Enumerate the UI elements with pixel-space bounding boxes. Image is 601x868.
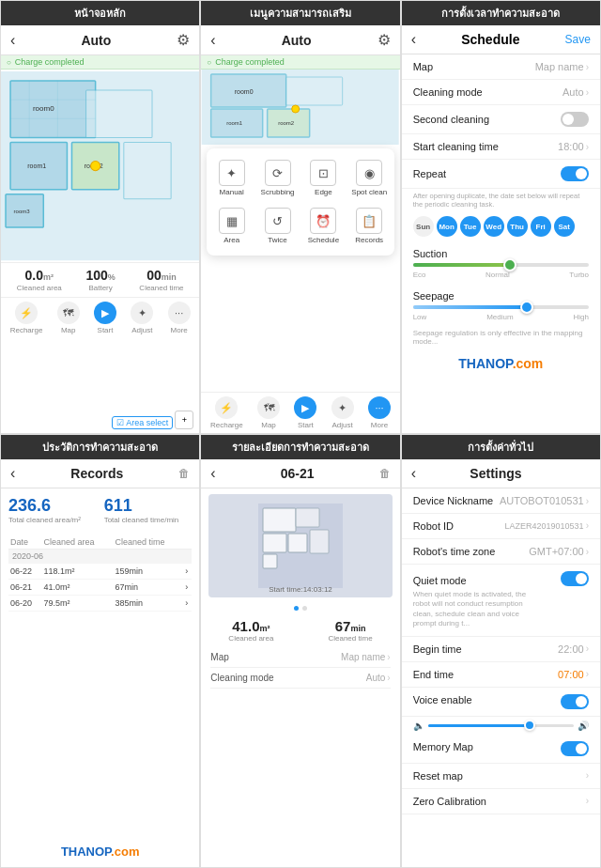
menu-area[interactable]: ▦ Area: [210, 204, 253, 248]
day-fri[interactable]: Fri: [531, 216, 551, 237]
suction-thumb[interactable]: [503, 258, 516, 271]
schedule-map-label: Map: [413, 61, 433, 72]
charge-bar: Charge completed: [1, 55, 199, 70]
memory-toggle[interactable]: [561, 741, 589, 756]
cell2-charge-text: Charge completed: [215, 57, 285, 67]
menu-twice[interactable]: ↺ Twice: [256, 204, 299, 248]
cell2-more-btn[interactable]: ··· More: [368, 396, 391, 429]
detail-area-stat: 41.0m² Cleaned area: [228, 618, 273, 643]
record-time-1: 159min: [113, 564, 183, 580]
records-delete-icon[interactable]: 🗑: [178, 467, 190, 480]
schedule-map-row[interactable]: Map Map name ›: [402, 54, 600, 80]
day-sun[interactable]: Sun: [413, 216, 434, 237]
start-icon: ▶: [94, 302, 116, 324]
quiet-mode-toggle[interactable]: [561, 571, 589, 586]
record-chevron-2: ›: [183, 580, 192, 596]
cell2-back-icon[interactable]: ‹: [210, 32, 215, 49]
records-title: Records: [70, 466, 123, 481]
recharge-btn[interactable]: ⚡ Recharge: [10, 302, 43, 334]
detail-mode-value: Auto ›: [366, 673, 391, 683]
chevron-detail-1: ›: [387, 652, 390, 662]
detail-back-icon[interactable]: ‹: [210, 465, 215, 482]
settings-chevron-2: ›: [586, 520, 589, 531]
cell-detail: รายละเอียดการทำความสะอาด ‹ 06-21 🗑 Start…: [200, 434, 400, 868]
menu-grid: ✦ Manual ⟳ Scrubbing ⊡ Edge ◉ Spot clean…: [210, 156, 390, 248]
record-row-1[interactable]: 06-22 118.1m² 159min ›: [8, 564, 192, 580]
vol-track[interactable]: [428, 724, 574, 727]
vol-thumb[interactable]: [524, 720, 535, 731]
seepage-track[interactable]: [413, 305, 589, 309]
day-tue[interactable]: Tue: [460, 216, 481, 237]
record-row-3[interactable]: 06-20 79.5m² 385min ›: [8, 596, 192, 612]
map-btn-action[interactable]: 🗺 Map: [57, 302, 80, 334]
chevron-icon3: ›: [586, 142, 589, 152]
schedule-start-row[interactable]: Start cleaning time 18:00 ›: [402, 134, 600, 160]
settings-nickname-label: Device Nickname: [413, 495, 494, 506]
area-select-btn[interactable]: ☑ Area select: [112, 416, 173, 429]
month-header-row: 2020-06: [8, 550, 192, 564]
detail-map-row[interactable]: Map Map name ›: [210, 647, 390, 668]
menu-scrubbing[interactable]: ⟳ Scrubbing: [256, 156, 299, 200]
settings-calibration-row[interactable]: Zero Calibration ›: [402, 789, 600, 814]
map-timestamp: Start time:14:03:12: [269, 585, 332, 594]
settings-quiet-row: Quiet mode When quiet mode is activated,…: [402, 565, 600, 637]
menu-edge[interactable]: ⊡ Edge: [302, 156, 345, 200]
vol-high-icon: 🔊: [578, 721, 589, 731]
day-mon[interactable]: Mon: [437, 216, 457, 237]
second-cleaning-toggle[interactable]: [561, 112, 589, 127]
schedule-mode-row[interactable]: Cleaning mode Auto ›: [402, 80, 600, 105]
settings-timezone-row[interactable]: Robot's time zone GMT+07:00 ›: [402, 539, 600, 565]
day-wed[interactable]: Wed: [484, 216, 504, 237]
area-icon: ▦: [219, 208, 245, 234]
total-time-card: 611 Total cleaned time/min: [104, 496, 193, 524]
start-btn[interactable]: ▶ Start: [94, 302, 116, 334]
detail-mode-row[interactable]: Cleaning mode Auto ›: [210, 668, 390, 689]
svg-rect-30: [296, 508, 319, 527]
settings-end-row[interactable]: End time 07:00 ›: [402, 662, 600, 688]
schedule-back-icon[interactable]: ‹: [411, 31, 416, 48]
cell2-map-btn[interactable]: 🗺 Map: [257, 396, 280, 429]
day-sat[interactable]: Sat: [554, 216, 575, 237]
seepage-thumb[interactable]: [520, 301, 533, 314]
suction-track[interactable]: [413, 263, 589, 267]
settings-begin-row[interactable]: Begin time 22:00 ›: [402, 637, 600, 662]
menu-records[interactable]: 📋 Records: [348, 204, 391, 248]
record-area-1: 118.1m²: [41, 564, 113, 580]
day-thu[interactable]: Thu: [507, 216, 528, 237]
settings-nickname-row[interactable]: Device Nickname AUTOBOT010531 ›: [402, 488, 600, 514]
more-btn[interactable]: ··· More: [168, 302, 191, 334]
total-time-value: 611: [104, 496, 193, 516]
settings-reset-row[interactable]: Reset map ›: [402, 764, 600, 789]
records-back-icon[interactable]: ‹: [10, 465, 15, 482]
stats-row: 0.0m² Cleaned area 100% Battery 00min Cl…: [1, 262, 199, 297]
repeat-note: After opening duplicate, the date set be…: [402, 189, 600, 210]
settings-chevron-1: ›: [586, 496, 589, 506]
detail-delete-icon[interactable]: 🗑: [379, 467, 391, 480]
cell2-adjust-btn[interactable]: ✦ Adjust: [331, 396, 354, 429]
cell2-start-btn[interactable]: ▶ Start: [294, 396, 316, 429]
record-area-3: 79.5m²: [41, 596, 113, 612]
settings-back-icon[interactable]: ‹: [411, 465, 416, 482]
adjust-btn[interactable]: ✦ Adjust: [131, 302, 153, 334]
menu-spot-clean[interactable]: ◉ Spot clean: [348, 156, 391, 200]
repeat-toggle[interactable]: [561, 166, 589, 181]
stat-area-unit: m²: [43, 272, 54, 282]
scrubbing-icon: ⟳: [265, 160, 291, 186]
record-row-2[interactable]: 06-21 41.0m² 67min ›: [8, 580, 192, 596]
gear-icon[interactable]: ⚙: [177, 31, 190, 49]
settings-robot-id-row[interactable]: Robot ID LAZER42019010531 ›: [402, 514, 600, 539]
cell2-gear-icon[interactable]: ⚙: [378, 31, 391, 49]
cell2-recharge-btn[interactable]: ⚡ Recharge: [210, 396, 243, 429]
menu-manual[interactable]: ✦ Manual: [210, 156, 253, 200]
voice-toggle[interactable]: [561, 694, 589, 709]
settings-calibration-label: Zero Calibration: [413, 796, 486, 807]
zoom-in-btn[interactable]: +: [175, 411, 193, 429]
records-menu-icon: 📋: [356, 208, 382, 234]
svg-rect-28: [288, 534, 307, 552]
cell2-map-svg: room0 room1 room2: [201, 70, 399, 145]
schedule-second-row: Second cleaning: [402, 105, 600, 134]
back-icon[interactable]: ‹: [10, 32, 15, 49]
map-area[interactable]: room0 room1 room2 room3 ☑ Area select +: [1, 70, 199, 262]
menu-schedule[interactable]: ⏰ Schedule: [302, 204, 345, 248]
schedule-save-btn[interactable]: Save: [565, 33, 591, 46]
